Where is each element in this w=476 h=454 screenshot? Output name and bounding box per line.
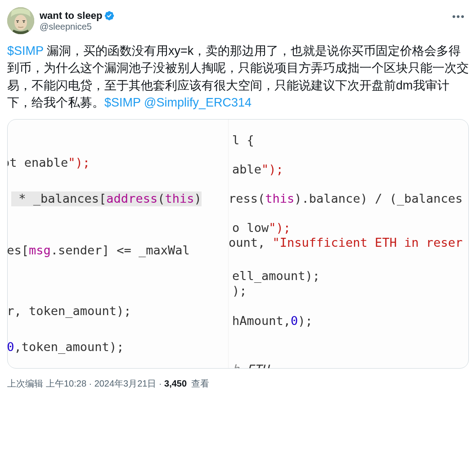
code-line: o low"); [232,221,291,235]
code-line: ces[msg.sender] <= _maxWal [8,243,190,258]
code-line: ount, "Insufficient ETH in reser [229,236,463,250]
code-line: er, token_amount); [8,304,131,318]
code-line: hAmount,0); [232,314,313,328]
code-line: ress(this).balance) / (_balances [229,191,463,206]
code-line: ,0,token_amount); [8,340,124,354]
svg-point-1 [14,15,27,30]
code-right-pane: l {able");ress(this).balance) / (_balanc… [228,120,468,368]
code-line: l { [232,133,254,147]
code-line: * _balances[address(this) [11,191,202,206]
mention[interactable]: @Simplify_ERC314 [144,96,251,109]
tweet-header: want to sleep @sleepnice5 ••• [7,7,469,34]
avatar[interactable] [7,7,34,34]
code-left-pane: ot enable"); * _balances[address(this)ce… [8,120,228,368]
svg-point-2 [17,22,18,23]
meta-sep: · [159,378,162,389]
more-icon: ••• [452,11,465,22]
more-button[interactable]: ••• [449,7,469,26]
display-name[interactable]: want to sleep [40,10,102,22]
svg-point-3 [23,22,25,23]
name-block: want to sleep @sleepnice5 [40,10,115,32]
views-label: 查看 [191,378,209,388]
tweet-text: $SIMP 漏洞，买的函数没有用xy=k，卖的那边用了，也就是说你买币固定价格会… [7,42,469,111]
code-line: ); [232,284,247,298]
code-line: h ETH [232,362,269,368]
tweet-container: want to sleep @sleepnice5 ••• $SIMP 漏洞，买… [7,7,469,390]
name-row: want to sleep [40,10,115,22]
tweet-meta: 上次编辑 上午10:28 · 2024年3月21日 · 3,450 查看 [7,378,469,390]
code-line: ell_amount); [232,269,320,283]
meta-sep: · [89,378,92,389]
tweet-time[interactable]: 上午10:28 [46,378,86,390]
tweet-date[interactable]: 2024年3月21日 [94,378,157,390]
code-line: able"); [232,162,283,177]
code-line: ot enable"); [8,156,90,170]
views-count[interactable]: 3,450 [164,378,187,388]
cashtag[interactable]: $SIMP [7,44,44,58]
cashtag[interactable]: $SIMP [104,96,141,109]
verified-badge-icon [104,10,115,21]
attached-code-image[interactable]: ot enable"); * _balances[address(this)ce… [7,119,469,369]
user-handle[interactable]: @sleepnice5 [40,22,115,32]
tweet-header-left: want to sleep @sleepnice5 [7,7,115,34]
edited-label: 上次编辑 [7,378,43,390]
avatar-image [7,7,34,34]
